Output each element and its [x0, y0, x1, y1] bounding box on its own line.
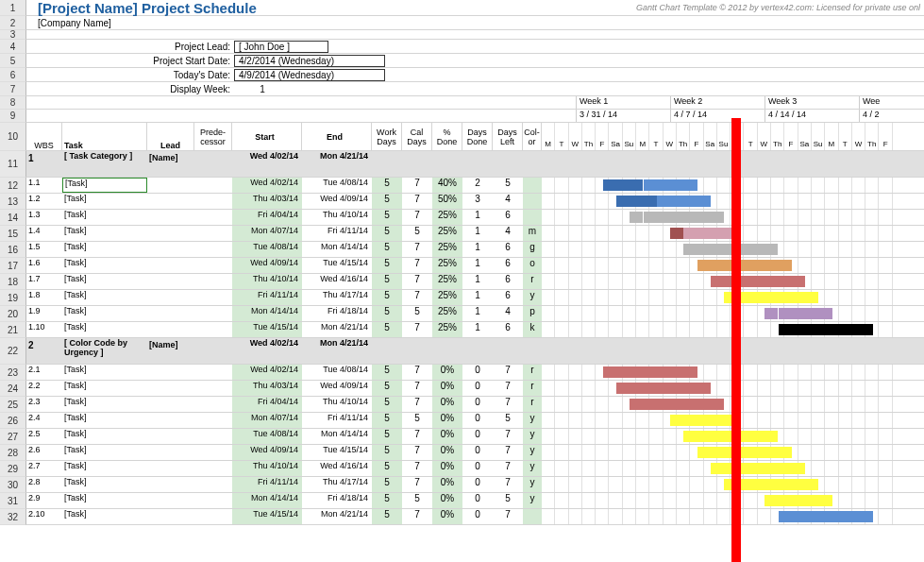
- color-code[interactable]: y: [523, 413, 542, 428]
- work-days[interactable]: 5: [372, 509, 402, 524]
- task-row[interactable]: 1.6 [Task] Wed 4/09/14 Tue 4/15/14 5 7 2…: [26, 258, 924, 274]
- days-left[interactable]: 6: [493, 242, 523, 257]
- wbs[interactable]: 2.3: [26, 397, 62, 412]
- start[interactable]: Fri 4/04/14: [232, 210, 302, 225]
- wbs[interactable]: 2.2: [26, 381, 62, 396]
- cal-days[interactable]: 7: [402, 365, 432, 380]
- task-row[interactable]: 2.1 [Task] Wed 4/02/14 Tue 4/08/14 5 7 0…: [26, 365, 924, 381]
- work-days[interactable]: 5: [372, 461, 402, 476]
- task-name[interactable]: [Task]: [62, 258, 147, 273]
- row-number[interactable]: 27: [0, 429, 26, 445]
- row-number[interactable]: 1: [0, 0, 26, 16]
- color-code[interactable]: [523, 509, 542, 524]
- cal-days[interactable]: 7: [402, 194, 432, 209]
- end[interactable]: Mon 4/21/14: [302, 509, 372, 524]
- start[interactable]: Mon 4/14/14: [232, 306, 302, 321]
- start[interactable]: Thu 4/03/14: [232, 381, 302, 396]
- color-code[interactable]: k: [523, 322, 542, 337]
- task-name[interactable]: [Task]: [62, 290, 147, 305]
- wbs[interactable]: 2.4: [26, 413, 62, 428]
- task-name[interactable]: [Task]: [62, 210, 147, 225]
- start[interactable]: Tue 4/15/14: [232, 509, 302, 524]
- days-left[interactable]: 7: [493, 365, 523, 380]
- days-left[interactable]: 5: [493, 493, 523, 508]
- row-number[interactable]: 3: [0, 30, 26, 40]
- start[interactable]: Thu 4/03/14: [232, 194, 302, 209]
- task-name[interactable]: [Task]: [62, 226, 147, 241]
- color-code[interactable]: p: [523, 306, 542, 321]
- pct-done[interactable]: 25%: [432, 210, 462, 225]
- cal-days[interactable]: 7: [402, 290, 432, 305]
- start[interactable]: Tue 4/15/14: [232, 322, 302, 337]
- work-days[interactable]: 5: [372, 477, 402, 492]
- color-code[interactable]: o: [523, 258, 542, 273]
- row-number[interactable]: 7: [0, 82, 26, 96]
- end[interactable]: Wed 4/16/14: [302, 461, 372, 476]
- days-left[interactable]: 6: [493, 322, 523, 337]
- start[interactable]: Wed 4/02/14: [232, 338, 302, 364]
- wbs[interactable]: 1.2: [26, 194, 62, 209]
- color-code[interactable]: y: [523, 493, 542, 508]
- pct-done[interactable]: 50%: [432, 194, 462, 209]
- days-done[interactable]: 1: [462, 274, 493, 289]
- days-left[interactable]: 5: [493, 178, 523, 193]
- pct-done[interactable]: 40%: [432, 178, 462, 193]
- row-number[interactable]: 10: [0, 123, 26, 151]
- row-number[interactable]: 31: [0, 493, 26, 509]
- col-cal[interactable]: Cal Days: [402, 123, 432, 150]
- task-row[interactable]: 1.10 [Task] Tue 4/15/14 Mon 4/21/14 5 7 …: [26, 322, 924, 338]
- work-days[interactable]: 5: [372, 274, 402, 289]
- pct-done[interactable]: 25%: [432, 242, 462, 257]
- color-code[interactable]: r: [523, 381, 542, 396]
- days-done[interactable]: 1: [462, 258, 493, 273]
- end[interactable]: Fri 4/11/14: [302, 226, 372, 241]
- wbs[interactable]: 1.5: [26, 242, 62, 257]
- color-code[interactable]: y: [523, 461, 542, 476]
- row-number[interactable]: 5: [0, 54, 26, 68]
- days-done[interactable]: 1: [462, 210, 493, 225]
- work-days[interactable]: 5: [372, 258, 402, 273]
- wbs[interactable]: 2: [26, 338, 62, 364]
- task-row[interactable]: 2.5 [Task] Tue 4/08/14 Mon 4/14/14 5 7 0…: [26, 429, 924, 445]
- days-left[interactable]: 6: [493, 274, 523, 289]
- days-left[interactable]: 4: [493, 226, 523, 241]
- task-name[interactable]: [Task]: [62, 178, 147, 193]
- pct-done[interactable]: 0%: [432, 365, 462, 380]
- task-name[interactable]: [Task]: [62, 306, 147, 321]
- task-row[interactable]: 1.9 [Task] Mon 4/14/14 Fri 4/18/14 5 5 2…: [26, 306, 924, 322]
- days-done[interactable]: 0: [462, 365, 493, 380]
- task-row[interactable]: 1.3 [Task] Fri 4/04/14 Thu 4/10/14 5 7 2…: [26, 210, 924, 226]
- color-code[interactable]: r: [523, 365, 542, 380]
- pct-done[interactable]: 25%: [432, 306, 462, 321]
- end[interactable]: Tue 4/15/14: [302, 445, 372, 460]
- task-row[interactable]: 2.8 [Task] Fri 4/11/14 Thu 4/17/14 5 7 0…: [26, 477, 924, 493]
- display-week-value[interactable]: 1: [234, 84, 291, 94]
- end[interactable]: Fri 4/18/14: [302, 306, 372, 321]
- project-title[interactable]: [Project Name] Project Schedule: [26, 0, 257, 16]
- task-name[interactable]: [Task]: [62, 397, 147, 412]
- start[interactable]: Wed 4/09/14: [232, 258, 302, 273]
- pct-done[interactable]: 25%: [432, 226, 462, 241]
- task-row[interactable]: 1.4 [Task] Mon 4/07/14 Fri 4/11/14 5 5 2…: [26, 226, 924, 242]
- start[interactable]: Wed 4/02/14: [232, 365, 302, 380]
- pct-done[interactable]: 0%: [432, 413, 462, 428]
- category-row[interactable]: 2 [ Color Code by Urgency ] [Name] Wed 4…: [26, 338, 924, 365]
- end[interactable]: Tue 4/15/14: [302, 258, 372, 273]
- end[interactable]: Thu 4/10/14: [302, 210, 372, 225]
- task-name[interactable]: [ Task Category ]: [62, 151, 147, 177]
- row-number[interactable]: 22: [0, 338, 26, 365]
- col-pred[interactable]: Prede-cessor: [194, 123, 232, 150]
- start[interactable]: Thu 4/10/14: [232, 461, 302, 476]
- cal-days[interactable]: 5: [402, 413, 432, 428]
- wbs[interactable]: 1.10: [26, 322, 62, 337]
- work-days[interactable]: 5: [372, 242, 402, 257]
- start[interactable]: Fri 4/04/14: [232, 397, 302, 412]
- row-number[interactable]: 29: [0, 461, 26, 477]
- start[interactable]: Mon 4/07/14: [232, 413, 302, 428]
- task-name[interactable]: [Task]: [62, 509, 147, 524]
- work-days[interactable]: 5: [372, 397, 402, 412]
- col-work[interactable]: Work Days: [372, 123, 402, 150]
- row-number[interactable]: 4: [0, 40, 26, 54]
- cal-days[interactable]: 5: [402, 306, 432, 321]
- task-row[interactable]: 2.10 [Task] Tue 4/15/14 Mon 4/21/14 5 7 …: [26, 509, 924, 525]
